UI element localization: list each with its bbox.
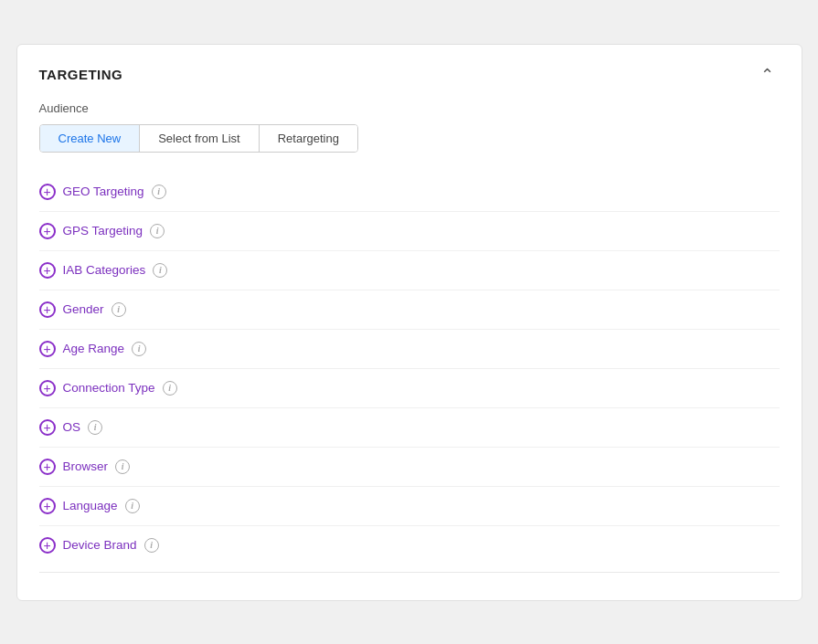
label-browser[interactable]: Browser — [63, 459, 109, 473]
targeting-item-age-range: +Age Rangei — [39, 330, 780, 369]
info-icon-device-brand[interactable]: i — [144, 538, 159, 553]
bottom-divider — [39, 572, 780, 573]
plus-icon-device-brand[interactable]: + — [39, 537, 56, 554]
targeting-item-connection-type: +Connection Typei — [39, 369, 780, 408]
tab-create-new[interactable]: Create New — [40, 125, 141, 152]
info-icon-gender[interactable]: i — [112, 302, 126, 317]
info-icon-language[interactable]: i — [125, 499, 140, 513]
tab-retargeting[interactable]: Retargeting — [260, 125, 357, 152]
page-title: TARGETING — [39, 67, 123, 82]
label-gender[interactable]: Gender — [63, 302, 104, 316]
targeting-item-geo-targeting: +GEO Targetingi — [39, 173, 780, 212]
label-geo-targeting[interactable]: GEO Targeting — [63, 185, 144, 198]
audience-label: Audience — [39, 101, 780, 115]
label-connection-type[interactable]: Connection Type — [63, 381, 155, 395]
info-icon-gps-targeting[interactable]: i — [150, 224, 165, 238]
info-icon-browser[interactable]: i — [115, 459, 130, 474]
info-icon-os[interactable]: i — [88, 420, 102, 435]
tab-select-from-list[interactable]: Select from List — [140, 125, 260, 152]
plus-icon-browser[interactable]: + — [39, 459, 56, 475]
label-gps-targeting[interactable]: GPS Targeting — [63, 224, 143, 238]
targeting-item-browser: +Browseri — [39, 448, 780, 487]
audience-tab-group: Create New Select from List Retargeting — [39, 124, 358, 153]
plus-icon-geo-targeting[interactable]: + — [39, 184, 56, 200]
label-language[interactable]: Language — [63, 499, 118, 512]
label-os[interactable]: OS — [63, 420, 81, 434]
targeting-item-device-brand: +Device Brandi — [39, 526, 780, 565]
info-icon-geo-targeting[interactable]: i — [152, 185, 166, 199]
plus-icon-gps-targeting[interactable]: + — [39, 223, 56, 239]
targeting-item-gps-targeting: +GPS Targetingi — [39, 212, 780, 251]
targeting-item-language: +Languagei — [39, 487, 780, 526]
plus-icon-language[interactable]: + — [39, 498, 56, 514]
targeting-item-gender: +Genderi — [39, 290, 780, 330]
plus-icon-iab-categories[interactable]: + — [39, 262, 56, 279]
targeting-item-iab-categories: +IAB Categoriesi — [39, 251, 780, 290]
card-header: TARGETING ⌃ — [39, 63, 780, 87]
info-icon-iab-categories[interactable]: i — [153, 263, 167, 278]
info-icon-age-range[interactable]: i — [132, 342, 146, 356]
targeting-card: TARGETING ⌃ Audience Create New Select f… — [16, 44, 802, 601]
plus-icon-gender[interactable]: + — [39, 301, 56, 318]
info-icon-connection-type[interactable]: i — [163, 381, 177, 396]
collapse-button[interactable]: ⌃ — [755, 63, 780, 87]
label-age-range[interactable]: Age Range — [63, 342, 125, 355]
targeting-list: +GEO Targetingi+GPS Targetingi+IAB Categ… — [39, 173, 780, 565]
label-iab-categories[interactable]: IAB Categories — [63, 263, 146, 277]
targeting-item-os: +OSi — [39, 408, 780, 448]
plus-icon-os[interactable]: + — [39, 419, 56, 436]
plus-icon-age-range[interactable]: + — [39, 341, 56, 357]
label-device-brand[interactable]: Device Brand — [63, 538, 137, 552]
plus-icon-connection-type[interactable]: + — [39, 380, 56, 396]
